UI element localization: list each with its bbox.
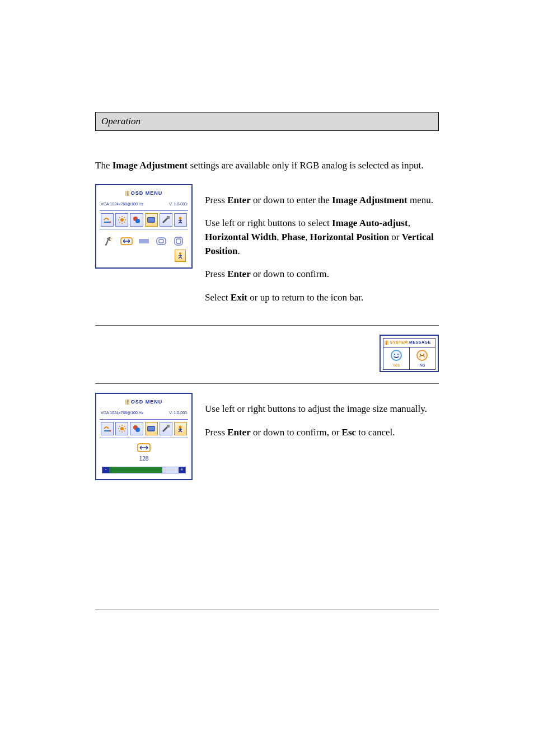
osd-title: ||| OSD MENU bbox=[100, 398, 188, 406]
svg-line-6 bbox=[124, 222, 125, 223]
hpos-icon[interactable] bbox=[154, 235, 167, 247]
osd-title: ||| OSD MENU bbox=[100, 190, 188, 197]
svg-rect-17 bbox=[159, 240, 163, 243]
osd-source: VGA 1024x768@100 Hz bbox=[101, 410, 143, 416]
b1-p3: Press Enter or down to confirm. bbox=[205, 267, 439, 281]
frown-icon bbox=[416, 350, 428, 361]
vpos-icon[interactable] bbox=[172, 235, 185, 247]
osd-exit-icon[interactable] bbox=[175, 250, 186, 262]
osd-figure-slider: ||| OSD MENU VGA 1024x768@100 Hz V. 1.0-… bbox=[95, 393, 193, 480]
slider-minus[interactable]: - bbox=[102, 467, 109, 473]
color-icon[interactable] bbox=[130, 213, 143, 227]
b1-p4: Select Exit or up to return to the icon … bbox=[205, 291, 439, 305]
svg-rect-33 bbox=[167, 425, 170, 428]
b1-p2: Use left or right buttons to select Imag… bbox=[205, 217, 439, 258]
osd-option-row bbox=[100, 229, 188, 250]
svg-line-26 bbox=[119, 426, 120, 427]
tools-icon[interactable] bbox=[160, 422, 172, 435]
phase-icon[interactable] bbox=[138, 235, 151, 247]
osd-figure-options: ||| OSD MENU VGA 1024x768@100 Hz V. 1.0-… bbox=[95, 184, 193, 269]
osd-window: ||| OSD MENU VGA 1024x768@100 Hz V. 1.0-… bbox=[95, 184, 193, 269]
svg-line-7 bbox=[124, 217, 125, 218]
svg-line-28 bbox=[124, 426, 125, 427]
hwidth-icon[interactable] bbox=[120, 235, 133, 247]
osd-slider-area: 128 - + bbox=[100, 438, 188, 476]
slider-value: 128 bbox=[139, 455, 149, 463]
svg-line-8 bbox=[119, 222, 120, 223]
divider bbox=[95, 383, 439, 384]
exit-list-icon[interactable] bbox=[174, 422, 187, 435]
image-adjust-icon[interactable] bbox=[145, 422, 158, 435]
osd-status-row: VGA 1024x768@100 Hz V. 1.0-003 bbox=[100, 410, 188, 420]
divider bbox=[95, 325, 439, 326]
b2-p2: Press Enter or down to confirm, or Esc t… bbox=[205, 426, 439, 440]
smile-icon bbox=[391, 350, 402, 361]
osd-version: V. 1.0-003 bbox=[169, 201, 187, 207]
section-header: Operation bbox=[95, 112, 439, 131]
brightness-icon[interactable] bbox=[115, 213, 128, 227]
footer-divider bbox=[95, 609, 439, 609]
sysmsg-no[interactable]: No bbox=[409, 348, 435, 370]
svg-rect-18 bbox=[175, 237, 182, 245]
svg-point-31 bbox=[135, 428, 140, 432]
svg-point-21 bbox=[120, 427, 124, 430]
svg-point-34 bbox=[179, 426, 182, 429]
slider-fill bbox=[102, 467, 162, 473]
osd-version: V. 1.0-003 bbox=[169, 410, 187, 416]
color-icon[interactable] bbox=[130, 422, 143, 435]
image-adjust-icon[interactable] bbox=[145, 213, 158, 227]
osd-window-slider: ||| OSD MENU VGA 1024x768@100 Hz V. 1.0-… bbox=[95, 393, 193, 480]
svg-line-29 bbox=[119, 431, 120, 432]
svg-point-0 bbox=[120, 218, 124, 222]
svg-rect-19 bbox=[176, 239, 181, 243]
b1-p1: Press Enter or down to enter the Image A… bbox=[205, 194, 439, 208]
slider-track[interactable]: - + bbox=[102, 467, 186, 473]
svg-line-27 bbox=[124, 431, 125, 432]
system-message-box: ||| SYSTEM MESSAGE Yes No bbox=[380, 335, 439, 372]
auto-adjust-icon[interactable] bbox=[103, 235, 116, 247]
osd-status-row: VGA 1024x768@100 Hz V. 1.0-003 bbox=[100, 201, 188, 211]
block1-text: Press Enter or down to enter the Image A… bbox=[205, 184, 439, 314]
svg-point-20 bbox=[179, 252, 181, 255]
b2-p1: Use left or right buttons to adjust the … bbox=[205, 402, 439, 416]
block2-text: Use left or right buttons to adjust the … bbox=[205, 393, 439, 449]
svg-point-10 bbox=[135, 219, 140, 223]
svg-rect-16 bbox=[157, 238, 166, 245]
brightness-icon[interactable] bbox=[115, 422, 128, 435]
osd-source: VGA 1024x768@100 Hz bbox=[101, 201, 143, 207]
svg-line-5 bbox=[119, 217, 120, 218]
tools-icon[interactable] bbox=[160, 213, 172, 227]
hwidth-icon bbox=[137, 443, 151, 453]
osd-icon-bar bbox=[100, 211, 188, 229]
intro-paragraph: The Image Adjustment settings are availa… bbox=[95, 159, 439, 173]
slider-plus[interactable]: + bbox=[179, 467, 185, 473]
osd-icon-bar bbox=[100, 420, 188, 438]
input-icon[interactable] bbox=[101, 422, 114, 435]
input-icon[interactable] bbox=[101, 213, 114, 227]
sysmsg-yes[interactable]: Yes bbox=[383, 348, 409, 370]
system-message-title: ||| SYSTEM MESSAGE bbox=[383, 338, 435, 347]
section-title: Operation bbox=[101, 116, 140, 126]
svg-point-13 bbox=[179, 217, 182, 219]
svg-rect-12 bbox=[167, 216, 170, 219]
exit-list-icon[interactable] bbox=[174, 213, 187, 227]
